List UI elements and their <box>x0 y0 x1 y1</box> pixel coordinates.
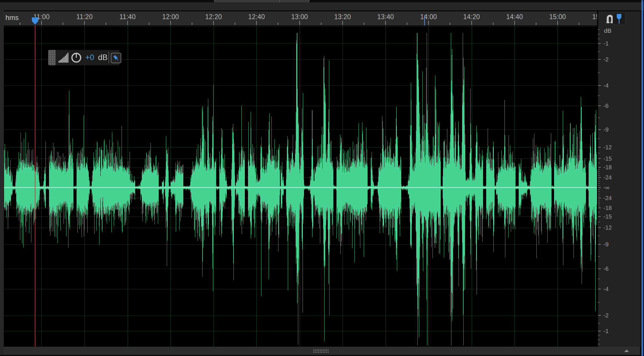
db-scale-tick <box>598 268 601 269</box>
ruler-tick <box>41 21 42 25</box>
ruler-tick <box>63 23 63 25</box>
ruler-tick <box>278 23 278 25</box>
db-scale-tick <box>598 158 601 159</box>
db-scale-tick <box>598 179 600 180</box>
db-scale-label: -4 <box>603 82 609 89</box>
ruler-tick <box>579 23 579 25</box>
db-scale-tick <box>598 204 600 204</box>
db-scale-tick <box>598 85 601 86</box>
ruler-tick <box>450 23 450 25</box>
db-scale-tick <box>598 51 600 52</box>
level-bars-icon <box>59 53 70 64</box>
gain-knob-icon[interactable] <box>71 52 82 64</box>
ruler-label: 14:40 <box>506 13 523 21</box>
db-scale-tick <box>598 29 600 30</box>
ruler-label: 11:40 <box>120 13 136 21</box>
db-scale-label: -9 <box>603 241 609 248</box>
scrollbar-handle[interactable] <box>313 349 329 353</box>
db-scale-tick <box>598 196 600 196</box>
ruler-tick <box>471 21 472 25</box>
hud-drag-handle[interactable] <box>48 50 56 65</box>
db-scale-label: -2 <box>603 312 609 319</box>
marker-tool-button[interactable] <box>613 12 625 25</box>
db-scale-tick <box>598 335 600 336</box>
ruler-tick <box>342 21 343 25</box>
db-scale-tick <box>598 212 600 212</box>
audio-editor-window: hms 11:0011:2011:4012:0012:2012:4013:001… <box>0 0 644 356</box>
db-scale-label: -24 <box>603 195 612 201</box>
db-scale-tick <box>598 171 600 172</box>
db-scale-tick <box>598 216 601 217</box>
db-scale-label: -∞ <box>603 184 609 191</box>
hud-separator <box>108 52 109 63</box>
scroll-up-arrow[interactable] <box>624 350 629 352</box>
db-scale-tick <box>598 289 601 289</box>
ruler-tick <box>192 23 192 25</box>
playhead-marker[interactable] <box>32 17 39 25</box>
top-strip <box>0 0 644 2</box>
ruler-tick <box>106 23 106 25</box>
ruler-tick <box>514 21 515 25</box>
db-scale-tick <box>598 185 600 186</box>
vertical-scrollbar[interactable] <box>641 0 643 356</box>
ruler-tick <box>493 23 493 25</box>
db-scale-tick <box>598 222 600 222</box>
waveform-canvas[interactable] <box>4 26 597 347</box>
timeline-ruler[interactable]: hms 11:0011:2011:4012:0012:2012:4013:001… <box>4 11 597 26</box>
db-scale-tick <box>598 344 600 344</box>
pin-icon <box>113 55 120 61</box>
ruler-label: 15:20 <box>592 13 597 21</box>
db-scale-tick <box>598 339 600 340</box>
db-scale-tick <box>598 323 600 324</box>
ruler-tick <box>428 21 429 25</box>
ruler-label: 11:20 <box>76 13 93 21</box>
gain-unit: dB <box>98 53 108 62</box>
db-scale-tick <box>598 302 600 303</box>
playhead-marker-icon <box>32 17 39 25</box>
hud-pin-button[interactable] <box>111 53 121 63</box>
db-scale-tick <box>598 117 600 118</box>
db-scale-tick <box>598 191 600 192</box>
ruler-tick <box>20 23 20 25</box>
db-scale-label: -15 <box>603 213 612 220</box>
db-scale-tick <box>598 227 601 228</box>
db-scale-tick <box>598 331 601 331</box>
db-scale-tick <box>598 175 600 176</box>
db-scale-tick <box>598 279 600 279</box>
ruler-label: 13:40 <box>377 13 394 21</box>
db-scale-tick <box>598 147 601 148</box>
db-scale-tick <box>598 177 601 178</box>
db-scale-tick <box>598 153 600 153</box>
ruler-tick <box>170 21 171 25</box>
db-scale-tick <box>598 206 600 206</box>
db-scale-tick <box>598 181 600 182</box>
ruler-tick <box>84 21 85 25</box>
db-scale-tick <box>598 129 601 130</box>
ruler-label: 13:20 <box>334 13 351 21</box>
db-scale-tick <box>598 34 600 34</box>
db-scale-label: -1 <box>603 40 609 47</box>
ruler-label: 12:40 <box>248 13 265 21</box>
db-scale-tick <box>598 163 600 163</box>
db-scale-label: -2 <box>603 56 609 63</box>
ruler-tick <box>364 23 364 25</box>
ruler-tick <box>149 23 149 25</box>
db-scale-tick <box>598 183 600 184</box>
db-scale-tick <box>598 173 600 174</box>
amplitude-scale[interactable]: dB -1-2-4-6-9-12-15-18-24-∞-24-18-15-12-… <box>598 26 641 347</box>
playhead-line[interactable] <box>35 26 35 347</box>
horizontal-scrollbar[interactable] <box>4 347 640 355</box>
gain-hud: +0 dB <box>48 50 120 65</box>
gain-value[interactable]: +0 <box>85 53 94 62</box>
ruler-label: 12:20 <box>205 13 222 21</box>
ruler-tick <box>235 23 235 25</box>
ruler-label: 14:00 <box>420 13 437 21</box>
db-scale-label: -6 <box>603 103 609 109</box>
ruler-tick <box>299 21 300 25</box>
ruler-label: 14:20 <box>463 13 480 21</box>
ruler-unit-label: hms <box>6 14 19 22</box>
db-scale-tick <box>598 187 601 188</box>
ruler-tick <box>127 21 128 25</box>
ruler-label: 15:00 <box>549 13 566 21</box>
ruler-tick <box>536 23 536 25</box>
